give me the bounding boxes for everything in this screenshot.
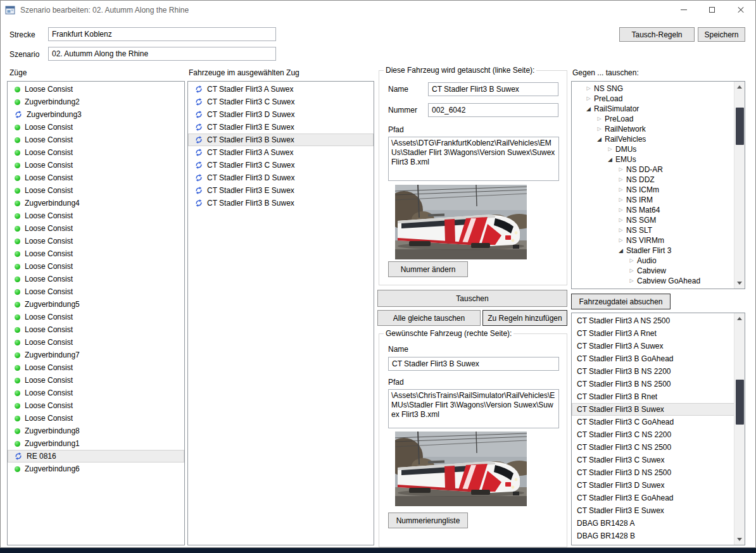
vehicle-file-row[interactable]: CT Stadler Flirt3 E GoAhead [572,492,745,504]
zu-regeln-hinzufuegen-button[interactable]: Zu Regeln hinzufügen [482,310,567,326]
vehicle-file-row[interactable]: CT Stadler Flirt3 C Suwex [572,454,745,466]
tree-node[interactable]: ▷ RailNetwork [572,124,734,134]
vehicle-row[interactable]: CT Stadler Flirt3 A Suwex [188,83,374,96]
vehicle-file-row[interactable]: CT Stadler Flirt3 B NS 2500 [572,378,745,390]
tree-expander-icon[interactable]: ▷ [628,266,635,276]
train-row[interactable]: Zugverbindung6 [8,463,184,475]
scroll-down-button[interactable] [734,534,745,545]
train-row[interactable]: Loose Consist [8,247,184,260]
train-row[interactable]: Loose Consist [8,374,184,387]
tree-expander-icon[interactable]: ▷ [617,205,624,215]
tree-expander-icon[interactable]: ▷ [628,256,635,266]
scroll-up-button[interactable] [734,82,745,92]
tree-expander-icon[interactable]: ▷ [617,165,624,175]
left-name-input[interactable] [428,82,558,96]
tree-expander-icon[interactable]: ▷ [617,195,624,205]
tree-node[interactable]: ▷ NS SGM [572,215,734,225]
scrollbar-thumb[interactable] [736,108,744,145]
tree-node[interactable]: ▷ Cabview GoAhead [572,276,734,286]
train-row[interactable]: Loose Consist [8,83,184,96]
speichern-button[interactable]: Speichern [698,27,745,42]
vehicle-file-row[interactable]: CT Stadler Flirt3 A Suwex [572,340,745,352]
tauschen-button[interactable]: Tauschen [377,290,567,307]
vehicle-file-row[interactable]: CT Stadler Flirt3 C NS 2500 [572,441,745,454]
vehicle-row[interactable]: CT Stadler Flirt3 A Suwex [188,146,374,159]
tree-expander-icon[interactable]: ▷ [628,276,635,286]
train-row[interactable]: Loose Consist [8,209,184,222]
vehicle-file-row[interactable]: CT Stadler Flirt3 E Suwex [572,504,745,517]
scrollbar-thumb[interactable] [736,380,744,425]
tree-node[interactable]: ▷ PreLoad [572,114,734,124]
vehicle-file-row[interactable]: CT Stadler Flirt3 A NS 2500 [572,314,745,327]
tree-expander-icon[interactable]: ▷ [617,175,624,185]
train-row[interactable]: Loose Consist [8,235,184,247]
vehicle-row[interactable]: CT Stadler Flirt3 B Suwex [188,197,374,209]
vehicle-row[interactable]: CT Stadler Flirt3 C Suwex [188,96,374,108]
vehicle-file-row[interactable]: CT Stadler Flirt3 B GoAhead [572,352,745,365]
train-row[interactable]: Zugverbindung8 [8,425,184,437]
maximize-button[interactable] [698,1,726,19]
tree-expander-icon[interactable]: ▷ [596,114,603,124]
tree-expander-icon[interactable]: ▷ [607,144,614,154]
tree-node[interactable]: ▷ NS DD-AR [572,165,734,175]
scroll-down-button[interactable] [734,278,745,289]
vehicle-row[interactable]: CT Stadler Flirt3 B Suwex [188,134,374,146]
train-row[interactable]: Loose Consist [8,159,184,171]
tree-node[interactable]: ▷ PreLoad [572,94,734,104]
tree-node[interactable]: ▷ DMUs [572,144,734,154]
vehicle-file-row[interactable]: CT Stadler Flirt3 C NS 2200 [572,428,745,441]
tree-expander-icon[interactable]: ▷ [617,215,624,225]
train-row[interactable]: Loose Consist [8,336,184,349]
tree-expander-icon[interactable]: ◢ [596,134,603,144]
train-row[interactable]: Loose Consist [8,171,184,184]
tausch-regeln-button[interactable]: Tausch-Regeln [619,27,695,42]
vehicle-row[interactable]: CT Stadler Flirt3 E Suwex [188,184,374,197]
alle-gleiche-tauschen-button[interactable]: Alle gleiche tauschen [377,310,481,326]
train-row[interactable]: Zugverbindung1 [8,437,184,450]
tree-expander-icon[interactable]: ▷ [596,124,603,134]
nummer-input[interactable] [428,103,558,117]
train-row[interactable]: Loose Consist [8,184,184,197]
tree-expander-icon[interactable]: ▷ [617,185,624,195]
vehicle-file-row[interactable]: CT Stadler Flirt3 D NS 2500 [572,466,745,479]
train-row[interactable]: Loose Consist [8,311,184,323]
tree-node[interactable]: ▷ NS VIRMm [572,235,734,245]
fahrzeugdatei-absuchen-button[interactable]: Fahrzeugdatei absuchen [571,294,671,309]
vehicle-file-row[interactable]: DBAG BR1428 A [572,517,745,530]
train-row[interactable]: Loose Consist [8,387,184,399]
train-row[interactable]: Zugverbindung2 [8,96,184,108]
tree-node[interactable]: ▷ NS Mat64 [572,205,734,215]
tree-node[interactable]: ▷ NS DDZ [572,175,734,185]
tree-node[interactable]: ◢ RailSimulator [572,104,734,114]
train-row[interactable]: Loose Consist [8,285,184,298]
right-pfad-box[interactable]: \Assets\ChrisTrains\RailSimulator\RailVe… [388,389,559,428]
tree-node[interactable]: ▷ NS SNG [572,84,734,94]
tree-node[interactable]: ▷ Audio [572,256,734,266]
vehicle-file-row[interactable]: CT Stadler Flirt3 B NS 2200 [572,365,745,378]
tree-expander-icon[interactable]: ◢ [585,104,592,114]
train-row[interactable]: Loose Consist [8,273,184,285]
tree-node[interactable]: ▷ NS ICMm [572,185,734,195]
train-row[interactable]: Loose Consist [8,146,184,159]
train-row[interactable]: Loose Consist [8,260,184,273]
train-row[interactable]: Loose Consist [8,399,184,412]
vehicle-file-row[interactable]: CT Stadler Flirt3 C GoAhead [572,416,745,428]
strecke-input[interactable] [48,27,276,41]
tree-expander-icon[interactable]: ▷ [585,94,592,104]
vehicle-row[interactable]: CT Stadler Flirt3 C Suwex [188,159,374,171]
vehicle-row[interactable]: CT Stadler Flirt3 D Suwex [188,171,374,184]
train-row[interactable]: Loose Consist [8,361,184,374]
szenario-input[interactable] [48,47,276,61]
tree-node[interactable]: ◢ Stadler Flirt 3 [572,245,734,256]
left-pfad-box[interactable]: \Assets\DTG\FrankfurtKoblenz\RailVehicle… [388,137,559,181]
tree-expander-icon[interactable]: ▷ [617,225,624,235]
nummer-aendern-button[interactable]: Nummer ändern [388,261,468,277]
minimize-button[interactable] [669,1,698,19]
train-row[interactable]: Zugverbindung3 [8,108,184,121]
train-row[interactable]: Zugverbindung4 [8,197,184,209]
train-row[interactable]: Loose Consist [8,412,184,425]
tree-node[interactable]: ▷ NS IRM [572,195,734,205]
vehicle-file-row[interactable]: CT Stadler Flirt3 A Rnet [572,327,745,340]
vehicle-file-row[interactable]: CT Stadler Flirt3 B Rnet [572,390,745,403]
tree-expander-icon[interactable]: ◢ [617,245,624,256]
